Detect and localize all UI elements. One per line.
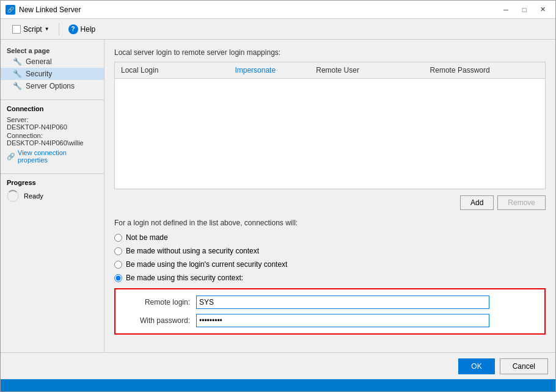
connection-section: Connection Server: DESKTOP-N4IP060 Conne… — [1, 100, 104, 169]
radio-group: Not be made Be made without using a secu… — [114, 233, 546, 282]
radio-not-be-made-input[interactable] — [114, 234, 122, 242]
cancel-button[interactable]: Cancel — [500, 358, 548, 374]
ok-button[interactable]: OK — [458, 358, 494, 374]
radio-not-be-made[interactable]: Not be made — [114, 233, 546, 242]
remote-login-input[interactable]: SYS — [196, 296, 489, 309]
help-icon: ? — [68, 24, 78, 34]
link-icon: 🔗 — [7, 153, 15, 161]
sidebar-general-label: General — [26, 57, 52, 66]
sidebar-item-server-options[interactable]: 🔧 Server Options — [1, 80, 104, 92]
title-controls: ─ □ ✕ — [498, 4, 551, 16]
help-button[interactable]: ? Help — [64, 22, 100, 37]
progress-spinner — [7, 190, 19, 202]
status-bar — [1, 379, 555, 391]
mappings-title: Local server login to remote server logi… — [114, 48, 546, 57]
radio-not-be-made-label: Not be made — [126, 233, 168, 242]
connection-title: Connection — [7, 105, 98, 112]
radio-without-security-input[interactable] — [114, 247, 122, 255]
table-header: Local Login Impersonate Remote User Remo… — [115, 62, 545, 79]
progress-row: Ready — [7, 190, 98, 202]
close-button[interactable]: ✕ — [535, 4, 551, 16]
login-note: For a login not defined in the list abov… — [114, 219, 546, 227]
server-label: Server: — [7, 116, 98, 123]
sidebar-server-options-label: Server Options — [26, 82, 75, 90]
radio-logins-security-label: Be made using the login's current securi… — [126, 260, 287, 269]
help-label: Help — [81, 25, 96, 34]
view-connection-properties-link[interactable]: 🔗 View connection properties — [7, 149, 98, 164]
sidebar-item-security[interactable]: 🔧 Security — [1, 68, 104, 80]
footer: OK Cancel — [1, 352, 555, 379]
main-window: 🔗 New Linked Server ─ □ ✕ Script ▼ ? Hel… — [0, 0, 556, 392]
view-props-label: View connection properties — [18, 149, 98, 164]
sidebar-item-general[interactable]: 🔧 General — [1, 56, 104, 68]
progress-section: Progress Ready — [1, 173, 104, 207]
security-icon: 🔧 — [13, 70, 22, 78]
maximize-button[interactable]: □ — [516, 4, 532, 16]
title-bar: 🔗 New Linked Server ─ □ ✕ — [1, 1, 555, 19]
connection-label-row: Connection: DESKTOP-N4IP060\willie — [7, 132, 98, 147]
with-password-row: With password: — [123, 314, 537, 327]
sidebar: Select a page 🔧 General 🔧 Security 🔧 Ser… — [1, 40, 104, 352]
impersonate-header: Impersonate — [232, 65, 313, 76]
add-button[interactable]: Add — [460, 195, 494, 210]
progress-title: Progress — [7, 179, 98, 186]
with-password-label: With password: — [123, 316, 190, 325]
general-icon: 🔧 — [13, 57, 22, 66]
radio-this-security-input[interactable] — [114, 274, 122, 282]
local-login-header: Local Login — [119, 65, 232, 76]
main-panel: Local server login to remote server logi… — [104, 40, 555, 352]
toolbar: Script ▼ ? Help — [1, 19, 555, 40]
server-options-icon: 🔧 — [13, 82, 22, 90]
content-area: Select a page 🔧 General 🔧 Security 🔧 Ser… — [1, 40, 555, 352]
with-password-input[interactable] — [196, 314, 489, 327]
radio-this-security-label: Be made using this security context: — [126, 274, 243, 282]
connection-value: DESKTOP-N4IP060\willie — [7, 139, 98, 147]
login-mappings-table: Local Login Impersonate Remote User Remo… — [114, 62, 546, 189]
server-value: DESKTOP-N4IP060 — [7, 123, 98, 131]
sidebar-security-label: Security — [26, 70, 52, 78]
minimize-button[interactable]: ─ — [498, 4, 514, 16]
security-context-section: Remote login: SYS With password: — [114, 288, 546, 335]
select-page-label: Select a page — [1, 45, 104, 56]
radio-logins-security[interactable]: Be made using the login's current securi… — [114, 260, 546, 269]
toolbar-divider — [59, 23, 59, 35]
script-button[interactable]: Script ▼ — [8, 23, 54, 36]
window-title: New Linked Server — [19, 5, 81, 14]
title-bar-left: 🔗 New Linked Server — [5, 5, 81, 15]
remote-login-row: Remote login: SYS — [123, 296, 537, 309]
radio-this-security[interactable]: Be made using this security context: — [114, 274, 546, 282]
progress-status: Ready — [24, 192, 43, 200]
remote-user-header: Remote User — [313, 65, 427, 76]
remove-button[interactable]: Remove — [497, 195, 546, 210]
window-icon: 🔗 — [5, 5, 15, 15]
radio-without-security[interactable]: Be made without using a security context — [114, 247, 546, 255]
table-body — [115, 79, 545, 189]
connection-label: Connection: — [7, 132, 98, 139]
radio-without-security-label: Be made without using a security context — [126, 247, 259, 255]
table-actions: Add Remove — [114, 195, 546, 210]
remote-login-label: Remote login: — [123, 298, 190, 307]
remote-password-header: Remote Password — [428, 65, 541, 76]
script-icon — [12, 25, 21, 34]
server-label-row: Server: DESKTOP-N4IP060 — [7, 116, 98, 131]
script-dropdown-arrow: ▼ — [45, 26, 49, 32]
radio-logins-security-input[interactable] — [114, 261, 122, 269]
script-label: Script — [23, 25, 42, 34]
